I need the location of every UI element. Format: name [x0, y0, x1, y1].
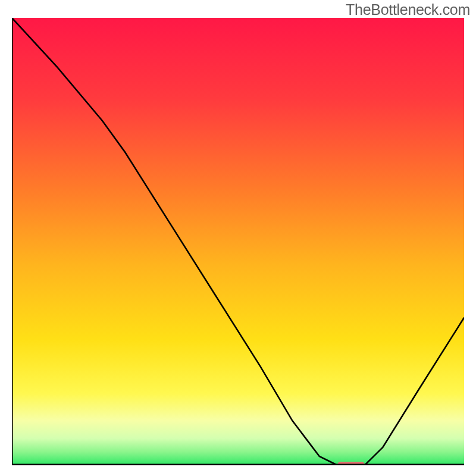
chart-svg: [12, 18, 464, 465]
watermark-text: TheBottleneck.com: [346, 1, 470, 18]
chart-container: TheBottleneck.com: [0, 0, 476, 476]
plot-area: [12, 18, 464, 465]
gradient-background: [12, 18, 464, 465]
